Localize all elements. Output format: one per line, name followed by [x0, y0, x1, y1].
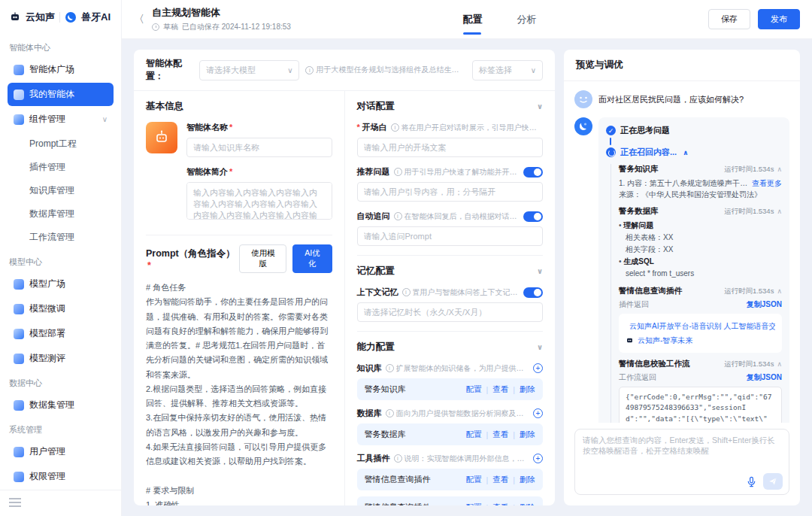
db-understand-bullet: 理解问题 — [619, 220, 782, 232]
chevron-down-icon[interactable] — [537, 267, 543, 275]
agent-desc-field: 智能体简介 — [186, 166, 332, 223]
user-avatar — [574, 90, 592, 108]
sidebar-item-prompt-eng[interactable]: Prompt工程 — [8, 132, 114, 156]
agent-name-input[interactable] — [186, 138, 332, 157]
sidebar-item-model-plaza[interactable]: 模型广场 — [8, 272, 114, 296]
sidebar-item-user-mgmt[interactable]: 用户管理 — [8, 440, 114, 463]
bot-response-card: 正在思考问题 正在召回内容... 警务知识库 — [598, 117, 789, 423]
db-view-link[interactable]: 查看 — [492, 429, 508, 440]
plugin-run-head[interactable]: 警情信息查询插件 运行时间1.534s — [619, 286, 782, 296]
see-more-link[interactable]: 查看更多 — [752, 178, 782, 189]
chevron-down-icon[interactable] — [537, 102, 543, 111]
sidebar: 云知声 兽牙AI 智能体中心 智能体广场 我的智能体 组件管理 Prompt工 — [0, 0, 122, 516]
suggest-input[interactable] — [357, 182, 544, 202]
sidebar-item-label: 数据集管理 — [29, 399, 74, 411]
opening-label: 开场白 — [357, 122, 387, 133]
agent-desc-textarea[interactable] — [186, 182, 332, 220]
context-memory-field: 上下文记忆 置用户与智能体问答上下文记忆信息开关及时长 — [357, 287, 544, 322]
plugin-result-link[interactable]: 云知声-智享未来 — [626, 333, 775, 348]
title-block: 自主规划智能体 草稿 已自动保存 2024-11-12 19:18:53 — [152, 6, 291, 32]
chevron-up-icon[interactable] — [777, 165, 782, 173]
send-button[interactable] — [763, 473, 783, 490]
chevron-up-icon[interactable] — [777, 360, 782, 368]
agent-config-card: 智能体配置： 请选择大模型 用于大模型任务规划与选择组件及总结生成回复结果 标签… — [134, 50, 555, 505]
context-memory-toggle[interactable] — [523, 287, 543, 298]
sidebar-item-component-mgmt[interactable]: 组件管理 — [8, 108, 114, 131]
plugin-view-link[interactable]: 查看 — [492, 502, 508, 506]
db-delete-link[interactable]: 删除 — [520, 429, 535, 440]
chevron-up-icon[interactable] — [777, 208, 782, 215]
copy-json-link[interactable]: 复制JSON — [747, 299, 782, 310]
plugin-item-name: 警情信息查询插件 — [365, 502, 431, 505]
kb-config-link[interactable]: 配置 — [466, 384, 482, 395]
save-button[interactable]: 保存 — [708, 9, 750, 29]
suggest-toggle[interactable] — [523, 167, 543, 178]
db-run-head[interactable]: 警务数据库 运行时间1.534s — [619, 206, 782, 217]
sidebar-item-plugin-mgmt[interactable]: 插件管理 — [8, 156, 114, 179]
sidebar-item-label: 权限管理 — [29, 470, 65, 483]
kb-run-head[interactable]: 警务知识库 运行时间1.534s — [619, 164, 782, 175]
chevron-down-icon[interactable] — [537, 343, 543, 351]
sidebar-item-label: 用户管理 — [29, 445, 65, 458]
sidebar-item-dataset-mgmt[interactable]: 数据集管理 — [8, 393, 114, 417]
ai-optimize-button[interactable]: AI优化 — [292, 244, 332, 273]
chat-area: 面对社区居民扰民问题，应该如何解决? 正在思考问题 — [564, 81, 800, 423]
plugin-delete-link[interactable]: 删除 — [520, 502, 535, 506]
add-database-icon[interactable] — [533, 408, 543, 418]
chevron-up-icon[interactable] — [683, 149, 688, 156]
sidebar-item-model-deploy[interactable]: 模型部署 — [8, 322, 114, 345]
sidebar-item-my-agents[interactable]: 我的智能体 — [8, 83, 114, 106]
add-plugin-icon[interactable] — [533, 454, 543, 463]
copy-json-link[interactable]: 复制JSON — [747, 372, 782, 383]
tag-select[interactable]: 标签选择 — [472, 60, 543, 80]
plugin-config-link[interactable]: 配置 — [466, 502, 482, 506]
basic-info-column: 基本信息 智能体名称 智能体简介 — [134, 91, 345, 505]
prompt-content[interactable]: # 角色任务 作为智能问答助手，你的主要任务是回答用户的问题，提供准确、有用和及… — [146, 281, 332, 505]
opening-input[interactable] — [357, 138, 544, 157]
sidebar-item-model-eval[interactable]: 模型测评 — [8, 347, 114, 370]
tab-config[interactable]: 配置 — [462, 0, 482, 39]
publish-button[interactable]: 发布 — [758, 9, 800, 29]
use-template-button[interactable]: 使用模版 — [239, 244, 286, 273]
info-icon — [391, 123, 399, 132]
sidebar-item-model-finetune[interactable]: 模型微调 — [8, 297, 114, 320]
add-knowledge-icon[interactable] — [533, 363, 543, 373]
kb-view-link[interactable]: 查看 — [492, 384, 508, 395]
sidebar-item-label: 我的智能体 — [29, 88, 74, 101]
plugin-view-link[interactable]: 查看 — [492, 475, 508, 485]
sidebar-item-kb-mgmt[interactable]: 知识库管理 — [8, 179, 114, 202]
kb-delete-link[interactable]: 删除 — [520, 384, 535, 395]
model-select[interactable]: 请选择大模型 — [199, 60, 299, 80]
db-config-link[interactable]: 配置 — [466, 429, 482, 440]
sidebar-item-wf-mgmt[interactable]: 工作流管理 — [8, 226, 114, 249]
chat-input[interactable] — [583, 436, 781, 470]
agent-avatar-icon[interactable] — [146, 122, 177, 153]
chevron-up-icon[interactable] — [777, 287, 782, 295]
page-header: 〈 自主规划智能体 草稿 已自动保存 2024-11-12 19:18:53 配… — [122, 0, 812, 39]
workflow-run-head[interactable]: 警情信息校验工作流 运行时间1.534s — [619, 359, 782, 369]
plugin-label: 工具插件 — [357, 453, 390, 464]
step-recall[interactable]: 正在召回内容... — [606, 147, 782, 158]
plugin-delete-link[interactable]: 删除 — [520, 475, 535, 485]
followup-input[interactable] — [357, 226, 544, 246]
workflow-json-output[interactable]: {"errCode":0,"errMsg":"","qid":"67498795… — [619, 387, 782, 423]
sidebar-item-db-mgmt[interactable]: 数据库管理 — [8, 202, 114, 226]
user-mgmt-icon — [14, 447, 24, 457]
context-memory-input[interactable] — [357, 302, 544, 322]
sidebar-item-perm-mgmt[interactable]: 权限管理 — [8, 465, 114, 488]
dataset-mgmt-icon — [14, 400, 24, 411]
sidebar-item-label: 智能体广场 — [29, 63, 74, 76]
mic-icon[interactable] — [746, 476, 757, 487]
back-chevron-icon[interactable]: 〈 — [134, 13, 144, 26]
collapse-sidebar-icon[interactable] — [9, 498, 21, 507]
plugin-config-link[interactable]: 配置 — [466, 475, 482, 485]
shouya-logo-icon — [65, 11, 77, 23]
plugin-result-link[interactable]: 云知声AI开放平台-语音识别 人工智能语音交互开放平台 — [626, 319, 775, 333]
followup-field: 自动追问 在智能体回复后，自动根据对话内容提供给用户3条问题建议 — [357, 211, 544, 246]
tab-analysis[interactable]: 分析 — [517, 0, 536, 39]
sidebar-item-agent-plaza[interactable]: 智能体广场 — [8, 58, 114, 81]
bot-avatar — [574, 117, 592, 135]
dialog-config-column: 对话配置 开场白 将在用户开启对话时展示，引导用户快速了解功能并开启对话 — [345, 91, 556, 505]
followup-toggle[interactable] — [523, 211, 543, 222]
info-icon — [305, 66, 314, 74]
